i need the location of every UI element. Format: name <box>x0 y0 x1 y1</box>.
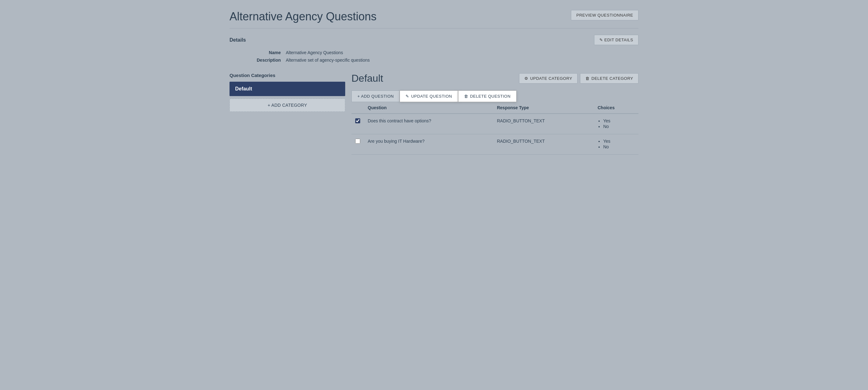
question-column-header: Question <box>364 102 493 114</box>
checkbox-cell <box>351 134 364 155</box>
response-type: RADIO_BUTTON_TEXT <box>493 114 594 134</box>
name-key: Name <box>248 50 286 55</box>
choice-item: Yes <box>603 118 635 123</box>
preview-questionnaire-button[interactable]: PREVIEW QUESTIONNAIRE <box>571 10 639 20</box>
checkbox-header <box>351 102 364 114</box>
sidebar: Question Categories Default + ADD CATEGO… <box>229 73 345 112</box>
questions-table: Question Response Type Choices Does this… <box>351 102 639 155</box>
add-category-button[interactable]: + ADD CATEGORY <box>229 99 345 112</box>
choices-column-header: Choices <box>594 102 639 114</box>
details-section: Details ✎ EDIT DETAILS Name Alternative … <box>229 35 639 63</box>
delete-category-label: DELETE CATEGORY <box>592 76 633 81</box>
delete-question-button[interactable]: 🗑 DELETE QUESTION <box>458 90 517 102</box>
description-key: Description <box>248 58 286 63</box>
question-text: Does this contract have options? <box>364 114 493 134</box>
wrench-icon <box>524 76 528 81</box>
choice-item: Yes <box>603 139 635 144</box>
sidebar-item-default[interactable]: Default <box>229 82 345 96</box>
details-label: Details <box>229 37 246 43</box>
choice-item: No <box>603 124 635 129</box>
name-value: Alternative Agency Questions <box>286 50 639 55</box>
table-row: Does this contract have options?RADIO_BU… <box>351 114 639 134</box>
question-toolbar: + ADD QUESTION ✎ UPDATE QUESTION 🗑 DELET… <box>351 90 639 102</box>
update-question-button[interactable]: ✎ UPDATE QUESTION <box>400 90 458 102</box>
trash-icon: 🗑 <box>585 76 590 81</box>
questions-table-container: Question Response Type Choices Does this… <box>351 102 639 155</box>
checkbox-cell <box>351 114 364 134</box>
details-grid: Name Alternative Agency Questions Descri… <box>248 50 639 63</box>
update-category-button[interactable]: UPDATE CATEGORY <box>519 73 578 84</box>
table-header-row: Question Response Type Choices <box>351 102 639 114</box>
add-question-button[interactable]: + ADD QUESTION <box>351 90 400 102</box>
sidebar-title: Question Categories <box>229 73 345 78</box>
page-title: Alternative Agency Questions <box>229 10 376 23</box>
update-question-label: UPDATE QUESTION <box>411 94 452 99</box>
choices-cell: YesNo <box>594 114 639 134</box>
delete-category-button[interactable]: 🗑 DELETE CATEGORY <box>580 73 639 84</box>
update-category-label: UPDATE CATEGORY <box>530 76 572 81</box>
response-type-column-header: Response Type <box>493 102 594 114</box>
choice-item: No <box>603 144 635 149</box>
content-area: Default UPDATE CATEGORY 🗑 DELETE CATEGOR… <box>351 73 639 155</box>
description-value: Alternative set of agency-specific quest… <box>286 58 639 63</box>
question-checkbox-2[interactable] <box>355 139 360 144</box>
question-checkbox-1[interactable] <box>355 118 360 123</box>
question-text: Are you buying IT Hardware? <box>364 134 493 155</box>
delete-question-label: DELETE QUESTION <box>470 94 510 99</box>
response-type: RADIO_BUTTON_TEXT <box>493 134 594 155</box>
table-row: Are you buying IT Hardware?RADIO_BUTTON_… <box>351 134 639 155</box>
header-divider <box>229 28 639 28</box>
main-content: Question Categories Default + ADD CATEGO… <box>229 73 639 155</box>
content-header: Default UPDATE CATEGORY 🗑 DELETE CATEGOR… <box>351 73 639 84</box>
choices-cell: YesNo <box>594 134 639 155</box>
category-title: Default <box>351 73 383 84</box>
content-actions: UPDATE CATEGORY 🗑 DELETE CATEGORY <box>519 73 639 84</box>
trash-icon-2: 🗑 <box>464 94 468 99</box>
edit-details-button[interactable]: ✎ EDIT DETAILS <box>594 35 639 45</box>
pencil-icon: ✎ <box>406 94 409 99</box>
